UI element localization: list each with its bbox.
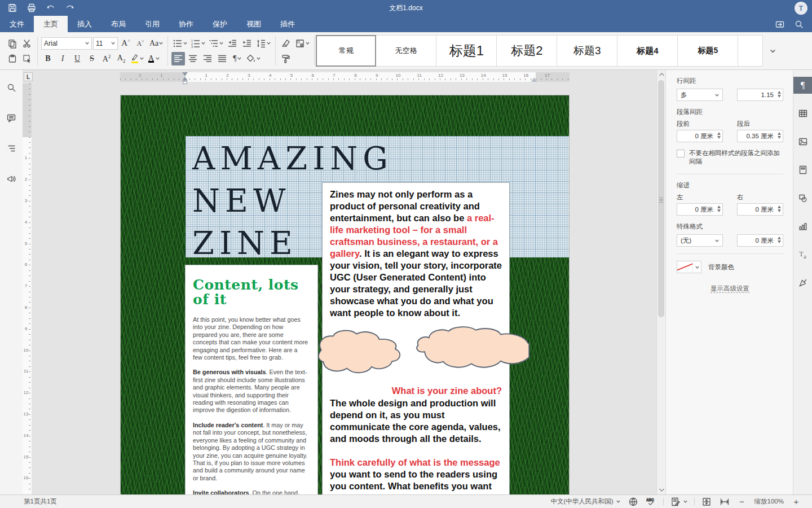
tab-insert[interactable]: 插入: [68, 16, 102, 32]
left-indent-marker[interactable]: [183, 81, 187, 84]
justify-button[interactable]: [215, 52, 229, 65]
background-color-picker[interactable]: [677, 261, 701, 273]
italic-button[interactable]: I: [56, 52, 69, 65]
vertical-scrollbar[interactable]: [656, 70, 665, 494]
cut-button[interactable]: [20, 37, 34, 50]
line-spacing-amount-spinner[interactable]: 1.15: [737, 89, 783, 101]
increase-indent-button[interactable]: [240, 37, 254, 50]
save-button[interactable]: [6, 2, 19, 14]
spinner-arrows[interactable]: [778, 237, 781, 243]
style-normal[interactable]: 常规: [316, 35, 376, 67]
font-name-combo[interactable]: Arial: [41, 37, 92, 50]
paste-button[interactable]: [6, 52, 19, 65]
decrease-indent-button[interactable]: [226, 37, 239, 50]
spacing-after-spinner[interactable]: 0.35 厘米: [737, 130, 783, 142]
increase-font-size-button[interactable]: A˄: [119, 37, 133, 50]
spell-check-icon[interactable]: ABC: [646, 497, 656, 507]
bullet-list-button[interactable]: [171, 37, 188, 50]
header-footer-settings-icon[interactable]: [793, 161, 812, 178]
strikethrough-button[interactable]: S: [85, 52, 99, 65]
line-spacing-dropdown[interactable]: 多: [677, 89, 723, 101]
text-art-settings-icon[interactable]: Ta: [793, 246, 812, 263]
shape-settings-icon[interactable]: [793, 190, 812, 207]
multilevel-list-button[interactable]: [208, 37, 224, 50]
open-file-location-button[interactable]: [775, 19, 785, 29]
superscript-button[interactable]: A2: [100, 52, 113, 65]
scroll-down-button[interactable]: [657, 485, 665, 494]
fit-width-button[interactable]: [720, 497, 730, 507]
spinner-arrows[interactable]: [778, 205, 781, 212]
image-settings-icon[interactable]: [793, 133, 812, 150]
spinner-arrows[interactable]: [717, 132, 721, 139]
underline-button[interactable]: U: [70, 52, 84, 65]
format-painter-button[interactable]: [279, 52, 293, 65]
tab-layout[interactable]: 布局: [102, 16, 135, 32]
style-heading1[interactable]: 标题1: [436, 35, 497, 67]
decrease-font-size-button[interactable]: A˅: [134, 37, 147, 50]
search-button[interactable]: [794, 19, 804, 29]
tab-home[interactable]: 主页: [34, 16, 68, 32]
same-style-checkbox[interactable]: [677, 150, 685, 157]
horizontal-ruler[interactable]: 2 1 1234567891011121314151617: [120, 72, 570, 82]
spinner-arrows[interactable]: [717, 205, 721, 212]
align-right-button[interactable]: [201, 52, 214, 65]
style-heading5[interactable]: 标题5: [678, 35, 738, 67]
line-spacing-button[interactable]: [255, 37, 272, 50]
set-language-icon[interactable]: [628, 497, 638, 507]
copy-button[interactable]: [6, 37, 19, 50]
highlight-color-button[interactable]: [129, 52, 145, 65]
numbered-list-button[interactable]: 123: [189, 37, 206, 50]
tab-plugins[interactable]: 插件: [271, 16, 304, 32]
document-page[interactable]: AMAZING NEW ZINE Content, lots of it At …: [120, 95, 570, 494]
page-color-button[interactable]: [294, 37, 311, 50]
tab-references[interactable]: 引用: [135, 16, 169, 32]
paragraph-settings-icon[interactable]: ¶: [793, 77, 812, 94]
zoom-out-button[interactable]: −: [738, 497, 747, 506]
language-selector[interactable]: 中文(中华人民共和国): [550, 497, 620, 506]
font-size-combo[interactable]: 11: [93, 37, 118, 50]
tab-view[interactable]: 视图: [237, 16, 271, 32]
spinner-arrows[interactable]: [778, 132, 781, 139]
indent-left-spinner[interactable]: 0 厘米: [677, 203, 723, 216]
align-center-button[interactable]: [186, 52, 200, 65]
scroll-up-button[interactable]: [657, 70, 665, 79]
avatar[interactable]: T: [795, 2, 807, 15]
spacing-before-spinner[interactable]: 0 厘米: [677, 130, 723, 142]
navigation-headings-icon[interactable]: [4, 141, 19, 156]
bold-button[interactable]: B: [41, 52, 55, 65]
show-paragraph-marks-button[interactable]: ¶: [230, 52, 244, 65]
scrollbar-thumb[interactable]: [658, 80, 664, 317]
track-changes-button[interactable]: [670, 497, 687, 507]
clear-formatting-button[interactable]: [279, 37, 293, 50]
tab-collaboration[interactable]: 协作: [169, 16, 203, 32]
show-advanced-settings-link[interactable]: 显示高级设置: [710, 285, 749, 293]
style-no-spacing[interactable]: 无空格: [376, 35, 436, 67]
fit-page-button[interactable]: [701, 497, 712, 507]
tab-protection[interactable]: 保护: [203, 16, 237, 32]
shading-button[interactable]: [245, 52, 262, 65]
style-heading3[interactable]: 标题3: [557, 35, 617, 67]
font-color-button[interactable]: A: [146, 52, 161, 65]
signature-settings-icon[interactable]: [793, 274, 812, 291]
redo-button[interactable]: [63, 2, 77, 14]
right-indent-marker[interactable]: [531, 77, 537, 82]
style-heading2[interactable]: 标题2: [497, 35, 557, 67]
chart-settings-icon[interactable]: [793, 218, 812, 235]
special-format-dropdown[interactable]: (无): [677, 234, 723, 247]
indent-right-spinner[interactable]: 0 厘米: [737, 203, 783, 216]
select-all-button[interactable]: [20, 52, 34, 65]
style-heading4[interactable]: 标题4: [617, 35, 678, 67]
hanging-indent-marker[interactable]: [182, 77, 188, 81]
find-icon[interactable]: [4, 80, 19, 95]
zoom-in-button[interactable]: +: [792, 497, 801, 506]
tab-file[interactable]: 文件: [0, 16, 34, 32]
comments-icon[interactable]: [4, 111, 19, 125]
spinner-arrows[interactable]: [778, 91, 781, 98]
change-case-button[interactable]: Aa: [148, 37, 164, 50]
color-dropdown-arrow[interactable]: [692, 261, 701, 273]
special-format-amount-spinner[interactable]: 0 厘米: [737, 234, 783, 247]
feedback-icon[interactable]: [4, 172, 19, 186]
tab-stop-selector[interactable]: L: [24, 72, 33, 81]
first-line-indent-marker[interactable]: [182, 72, 188, 76]
align-left-button[interactable]: [171, 52, 185, 65]
